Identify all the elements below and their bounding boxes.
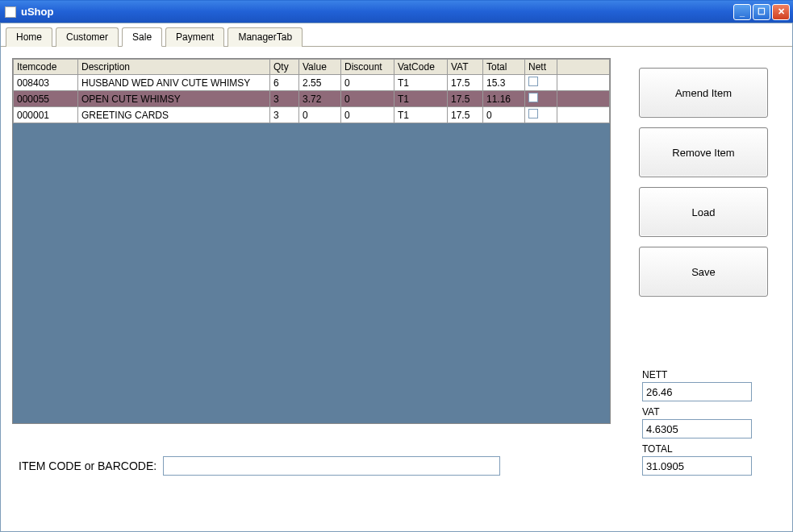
grid-cell[interactable]: 0 xyxy=(341,75,394,91)
vat-value xyxy=(642,419,752,438)
grid-cell[interactable]: 008403 xyxy=(14,75,78,91)
col-description[interactable]: Description xyxy=(78,60,270,75)
tab-manager-label: ManagerTab xyxy=(238,31,292,43)
tab-payment[interactable]: Payment xyxy=(165,27,224,47)
maximize-button[interactable]: ☐ xyxy=(753,4,770,20)
grid-cell[interactable]: 000055 xyxy=(14,91,78,107)
remove-item-label: Remove Item xyxy=(672,147,734,159)
load-label: Load xyxy=(692,206,716,218)
col-vatcode[interactable]: VatCode xyxy=(394,60,448,75)
tab-customer[interactable]: Customer xyxy=(56,27,119,47)
grid-cell[interactable]: 0 xyxy=(341,91,394,107)
grid-cell[interactable]: 11.16 xyxy=(483,91,525,107)
tab-customer-label: Customer xyxy=(66,31,108,43)
grid-cell[interactable]: 2.55 xyxy=(299,75,341,91)
vat-label: VAT xyxy=(642,406,752,418)
nett-label: NETT xyxy=(642,369,752,380)
app-icon xyxy=(5,6,16,18)
grid-cell[interactable]: 17.5 xyxy=(448,75,483,91)
load-button[interactable]: Load xyxy=(639,187,768,237)
grid-cell[interactable]: HUSBAND WED ANIV CUTE WHIMSY xyxy=(78,75,270,91)
grid-cell[interactable]: T1 xyxy=(394,75,448,91)
col-total[interactable]: Total xyxy=(483,60,525,75)
col-itemcode[interactable]: Itemcode xyxy=(14,60,78,75)
grid-cell[interactable]: 6 xyxy=(270,75,299,91)
items-grid-panel: Itemcode Description Qty Value Discount … xyxy=(12,58,611,424)
grid-cell[interactable]: 15.3 xyxy=(483,75,525,91)
client-area: Home Customer Sale Payment ManagerTab It… xyxy=(0,23,793,532)
tab-payment-label: Payment xyxy=(176,31,214,43)
tab-strip: Home Customer Sale Payment ManagerTab xyxy=(1,23,792,47)
grid-cell[interactable]: 0 xyxy=(341,107,394,123)
tab-manager[interactable]: ManagerTab xyxy=(227,27,303,47)
table-row[interactable]: 008403HUSBAND WED ANIV CUTE WHIMSY62.550… xyxy=(14,75,610,91)
totals-panel: NETT VAT TOTAL xyxy=(642,369,752,476)
total-value xyxy=(642,456,752,476)
grid-cell[interactable]: T1 xyxy=(394,107,448,123)
amend-item-button[interactable]: Amend Item xyxy=(639,68,768,118)
barcode-input[interactable] xyxy=(163,456,500,476)
grid-header-row: Itemcode Description Qty Value Discount … xyxy=(14,60,610,75)
nett-checkbox-cell[interactable] xyxy=(525,75,557,91)
col-vat[interactable]: VAT xyxy=(448,60,483,75)
remove-item-button[interactable]: Remove Item xyxy=(639,127,768,177)
col-qty[interactable]: Qty xyxy=(270,60,299,75)
grid-cell-extra xyxy=(557,107,610,123)
col-nett[interactable]: Nett xyxy=(525,60,557,75)
amend-item-label: Amend Item xyxy=(675,87,732,99)
maximize-icon: ☐ xyxy=(758,6,766,17)
grid-cell-extra xyxy=(557,91,610,107)
action-button-column: Amend Item Remove Item Load Save xyxy=(639,68,768,297)
tab-sale[interactable]: Sale xyxy=(122,27,162,47)
grid-cell[interactable]: 3 xyxy=(270,107,299,123)
nett-checkbox-cell[interactable] xyxy=(525,107,557,123)
grid-cell[interactable]: 000001 xyxy=(14,107,78,123)
minimize-button[interactable]: _ xyxy=(733,4,751,20)
title-bar: uShop _ ☐ ✕ xyxy=(0,0,793,23)
app-title: uShop xyxy=(21,6,53,18)
nett-value xyxy=(642,382,752,401)
items-grid[interactable]: Itemcode Description Qty Value Discount … xyxy=(13,59,610,123)
tab-sale-label: Sale xyxy=(132,31,152,43)
tab-home[interactable]: Home xyxy=(6,27,52,47)
grid-cell[interactable]: 17.5 xyxy=(448,91,483,107)
grid-cell[interactable]: 3.72 xyxy=(299,91,341,107)
col-extra[interactable] xyxy=(557,60,610,75)
grid-cell[interactable]: 0 xyxy=(483,107,525,123)
nett-checkbox-cell[interactable] xyxy=(525,91,557,107)
grid-cell-extra xyxy=(557,75,610,91)
col-discount[interactable]: Discount xyxy=(341,60,394,75)
close-button[interactable]: ✕ xyxy=(772,4,790,20)
barcode-label: ITEM CODE or BARCODE: xyxy=(19,459,157,472)
nett-checkbox[interactable] xyxy=(528,109,538,118)
grid-empty-area xyxy=(13,123,610,424)
nett-checkbox[interactable] xyxy=(528,77,538,86)
grid-cell[interactable]: 17.5 xyxy=(448,107,483,123)
minimize-icon: _ xyxy=(740,7,745,17)
tab-home-label: Home xyxy=(16,31,42,43)
table-row[interactable]: 000055OPEN CUTE WHIMSY33.720T117.511.16 xyxy=(14,91,610,107)
grid-cell[interactable]: OPEN CUTE WHIMSY xyxy=(78,91,270,107)
col-value[interactable]: Value xyxy=(299,60,341,75)
total-label: TOTAL xyxy=(642,443,752,455)
grid-cell[interactable]: 0 xyxy=(299,107,341,123)
table-row[interactable]: 000001GREETING CARDS300T117.50 xyxy=(14,107,610,123)
grid-cell[interactable]: GREETING CARDS xyxy=(78,107,270,123)
save-label: Save xyxy=(691,266,716,278)
barcode-row: ITEM CODE or BARCODE: xyxy=(19,456,500,476)
grid-cell[interactable]: 3 xyxy=(270,91,299,107)
save-button[interactable]: Save xyxy=(639,247,768,297)
window-controls: _ ☐ ✕ xyxy=(733,4,790,20)
nett-checkbox[interactable] xyxy=(528,93,538,102)
content-area: Itemcode Description Qty Value Discount … xyxy=(1,47,792,530)
close-icon: ✕ xyxy=(778,6,785,17)
grid-cell[interactable]: T1 xyxy=(394,91,448,107)
